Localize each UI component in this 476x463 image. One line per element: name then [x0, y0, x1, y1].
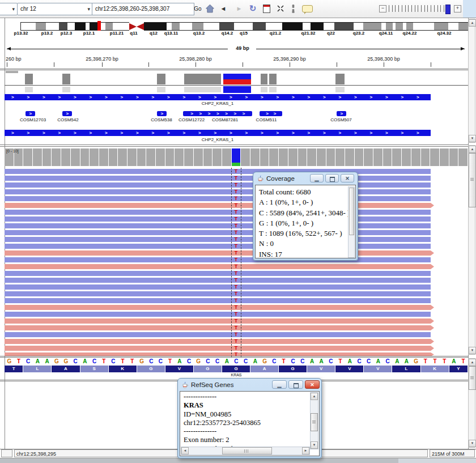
coverage-bar[interactable]: [165, 148, 175, 166]
genotype-block[interactable]: [261, 87, 267, 92]
cosmic-feature[interactable]: >: [26, 111, 35, 116]
read-row[interactable]: T: [5, 291, 431, 296]
read-row[interactable]: T: [5, 210, 431, 215]
back-icon[interactable]: ◄: [219, 2, 228, 15]
read-row[interactable]: T: [5, 332, 431, 337]
coverage-bar[interactable]: [411, 148, 420, 166]
coverage-bar[interactable]: [307, 148, 316, 166]
karyotype-icon[interactable]: [289, 2, 297, 15]
variant-site-allele-ref[interactable]: [223, 74, 251, 79]
variant-site-block[interactable]: [157, 74, 165, 84]
scroll-up-icon[interactable]: ▲: [469, 359, 476, 366]
refresh-icon[interactable]: ↻: [247, 2, 258, 15]
locus-input[interactable]: chr12:25,398,260-25,398,307: [92, 3, 194, 15]
read-row[interactable]: T: [5, 312, 431, 317]
coverage-bar[interactable]: [279, 148, 288, 166]
coverage-bar[interactable]: [184, 148, 193, 166]
maximize-button[interactable]: [325, 174, 339, 182]
scroll-left-icon[interactable]: ◄: [181, 447, 189, 454]
close-button[interactable]: ✕: [341, 174, 354, 182]
coverage-bar-variant[interactable]: [232, 148, 241, 163]
read-row[interactable]: T: [5, 182, 431, 188]
coverage-bar[interactable]: [269, 148, 278, 166]
track-resize-handle[interactable]: [6, 71, 18, 73]
coverage-bar[interactable]: [430, 148, 439, 166]
zoom-slider-thumb[interactable]: [445, 5, 450, 14]
coverage-bar[interactable]: [392, 148, 401, 166]
coverage-bar[interactable]: [288, 148, 298, 166]
zoom-slider[interactable]: [389, 5, 452, 12]
read-row[interactable]: T: [5, 271, 431, 276]
coverage-bar[interactable]: [373, 148, 382, 166]
read-row[interactable]: T: [5, 216, 431, 222]
coverage-bar[interactable]: [364, 148, 373, 166]
coverage-bar[interactable]: [355, 148, 364, 166]
coverage-bar[interactable]: [109, 148, 118, 166]
amino-acid-segment[interactable]: A: [250, 366, 278, 372]
zoom-in-icon[interactable]: +: [454, 2, 461, 15]
scrollbar-thumb[interactable]: [311, 413, 318, 431]
amino-acid-segment[interactable]: V: [335, 366, 363, 372]
chromosome-ideogram[interactable]: [20, 22, 471, 31]
go-button[interactable]: Go: [193, 2, 203, 15]
read-row[interactable]: T: [5, 278, 431, 283]
read-row[interactable]: T: [5, 339, 434, 344]
cosmic-feature[interactable]: >: [337, 111, 346, 116]
read-row[interactable]: T: [5, 237, 431, 242]
coverage-bar[interactable]: [80, 148, 90, 166]
scroll-up-icon[interactable]: ▲: [469, 146, 476, 153]
read-row[interactable]: T: [5, 346, 434, 351]
minimize-button[interactable]: ▁: [310, 174, 324, 182]
amino-acid-segment[interactable]: G: [194, 366, 222, 372]
scroll-right-icon[interactable]: ►: [302, 447, 309, 454]
tooltip-icon[interactable]: [301, 2, 313, 15]
coverage-bar[interactable]: [90, 148, 99, 166]
coverage-bar[interactable]: [458, 148, 468, 166]
read-row[interactable]: T: [5, 244, 431, 249]
variant-site-block[interactable]: [335, 74, 345, 84]
popup-vscrollbar[interactable]: ▲ ▼: [310, 392, 318, 449]
amino-acid-segment[interactable]: L: [392, 366, 420, 372]
coverage-bar[interactable]: [118, 148, 127, 166]
read-row[interactable]: T: [5, 298, 431, 303]
scrollbar-reads-panel[interactable]: ▲ ▼: [468, 145, 475, 355]
coverage-bar[interactable]: [250, 148, 260, 166]
amino-acid-segment[interactable]: A: [52, 366, 79, 372]
amino-acid-segment[interactable]: G: [137, 366, 165, 372]
coverage-bar[interactable]: [345, 148, 354, 166]
read-row[interactable]: T: [5, 196, 431, 201]
cosmic-feature[interactable]: >: [62, 111, 72, 116]
amino-acid-segment[interactable]: V: [307, 366, 335, 372]
genotype-block[interactable]: [194, 87, 221, 92]
amino-acid-segment[interactable]: S: [80, 366, 108, 372]
genotype-variant-block[interactable]: [223, 86, 251, 93]
coverage-bar[interactable]: [42, 148, 52, 166]
coverage-bar[interactable]: [222, 148, 231, 166]
genotype-block[interactable]: [157, 87, 165, 92]
scroll-down-icon[interactable]: ▼: [311, 441, 318, 449]
coverage-bar[interactable]: [212, 148, 222, 166]
variant-site-block[interactable]: [184, 74, 194, 84]
coverage-bar[interactable]: [194, 148, 203, 166]
coverage-bar[interactable]: [298, 148, 307, 166]
forward-icon[interactable]: ►: [235, 2, 244, 15]
coverage-bar[interactable]: [128, 148, 137, 166]
coverage-bar[interactable]: [402, 148, 411, 166]
read-row[interactable]: T: [5, 203, 434, 208]
genotype-block[interactable]: [184, 87, 194, 92]
popup-scrollbar[interactable]: [348, 186, 355, 258]
coverage-bar[interactable]: [383, 148, 392, 166]
coverage-bar[interactable]: [241, 148, 250, 166]
coverage-bar[interactable]: [156, 148, 165, 166]
coverage-bar[interactable]: [421, 148, 430, 166]
coverage-bar[interactable]: [52, 148, 61, 166]
read-row[interactable]: T: [5, 250, 434, 256]
cosmic-feature[interactable]: >: [157, 111, 167, 116]
read-row[interactable]: T: [5, 223, 431, 228]
coverage-bar-variant-bottom[interactable]: [232, 163, 241, 166]
coverage-bar[interactable]: [326, 148, 335, 166]
genotype-block[interactable]: [269, 87, 277, 92]
amino-acid-segment[interactable]: G: [222, 366, 250, 372]
coverage-bar[interactable]: [61, 148, 70, 166]
amino-acid-segment[interactable]: K: [421, 366, 449, 372]
